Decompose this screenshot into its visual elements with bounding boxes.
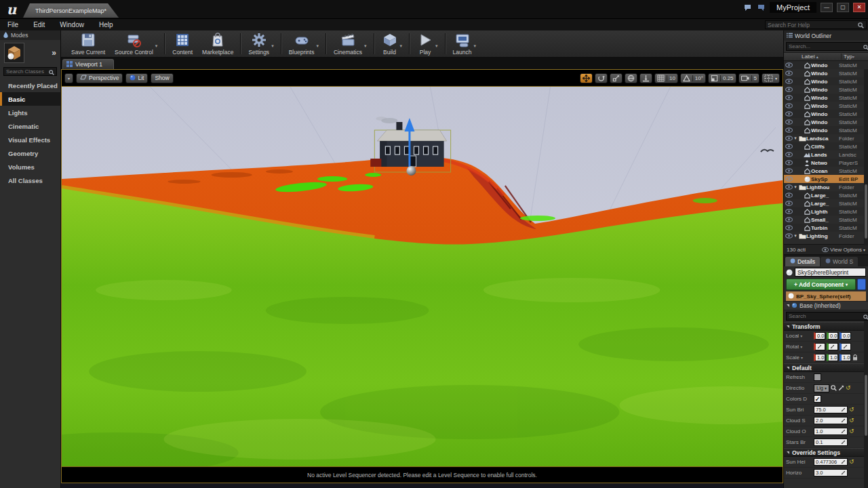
scene-3d[interactable] [62,87,783,466]
modes-category-recently-placed[interactable]: Recently Placed [0,79,60,92]
menu-help[interactable]: Help [92,21,121,28]
modes-category-basic[interactable]: Basic [0,92,60,106]
details-scrollbar[interactable] [864,321,868,488]
reset-to-default-button[interactable]: ↺ [846,385,851,391]
rotation-field[interactable] [814,343,825,350]
content-button[interactable]: Content [167,30,197,57]
vector-field[interactable]: 1.0 [827,354,838,361]
lit-mode-button[interactable]: Lit [125,73,148,83]
place-mode-button[interactable] [4,43,24,63]
tab-world-s[interactable]: World S [821,257,858,266]
cinematics-button[interactable]: Cinematics▾ [329,30,372,57]
visibility-eye-icon[interactable] [784,144,793,149]
visibility-eye-icon[interactable] [784,103,793,108]
visibility-eye-icon[interactable] [784,70,793,76]
visibility-eye-icon[interactable] [784,160,793,165]
outliner-row[interactable]: Large_StaticM [784,191,868,199]
outliner-row[interactable]: WindoStaticM [784,94,868,102]
feedback-bubble-icon[interactable] [744,4,753,12]
number-field[interactable]: 0.1 [814,439,848,446]
modes-category-all-classes[interactable]: All Classes [0,174,60,187]
checkbox[interactable]: ✓ [814,395,821,403]
surface-snap-button[interactable] [639,73,652,83]
vector-field[interactable]: 1.0 [814,354,825,361]
gizmo-origin-sphere[interactable] [406,166,416,176]
outliner-row[interactable]: SkySpEdit BP [784,175,868,183]
outliner-scrollbar-thumb[interactable] [865,184,867,239]
menu-window[interactable]: Window [52,21,92,28]
world-space-button[interactable] [625,73,637,83]
visibility-eye-icon[interactable] [784,62,793,68]
expander-icon[interactable]: ▼ [793,185,798,189]
outliner-row[interactable]: WindoStaticM [784,126,868,134]
number-field[interactable]: 0.477306 [814,458,848,466]
dropdown-arrow-icon[interactable]: ▾ [400,43,403,49]
component-row-selected[interactable]: BP_Sky_Sphere(self) [786,291,866,301]
vector-field[interactable]: 1.0 [840,354,851,361]
scale-lock-icon[interactable] [852,354,858,361]
dropdown-arrow-icon[interactable]: ▾ [155,43,158,49]
visibility-eye-icon[interactable] [784,152,793,157]
dropdown-arrow-icon[interactable]: ▾ [271,43,274,49]
dropdown-arrow-icon[interactable]: ▾ [775,76,777,81]
number-field[interactable]: 2.0 [814,417,848,424]
dropdown-arrow-icon[interactable]: ▾ [800,334,802,338]
viewport-options-button[interactable]: ▾ [64,73,73,83]
outliner-row[interactable]: WindoStaticM [784,85,868,94]
scale-tool-button[interactable] [610,73,623,83]
visibility-eye-icon[interactable] [784,168,793,174]
modes-category-volumes[interactable]: Volumes [0,160,60,174]
base-inherited-row[interactable]: Base (Inherited) [784,301,868,310]
outliner-row[interactable]: WindoStaticM [784,110,868,118]
pick-actor-icon[interactable] [838,385,844,391]
camera-speed-button[interactable]: 5 [738,73,760,83]
visibility-eye-icon[interactable] [784,225,793,230]
outliner-row[interactable]: NetwoPlayerS [784,159,868,167]
dropdown-arrow-icon[interactable]: ▾ [801,356,803,360]
scale-snap-button[interactable]: 0.25 [708,73,736,83]
outliner-row[interactable]: ▼LightingFolder [784,232,868,240]
modes-panel-header[interactable]: Modes [0,30,60,40]
show-menu-button[interactable]: Show [151,73,173,83]
grid-snap-button[interactable]: 10 [654,73,678,83]
modes-expand-button[interactable]: » [52,48,58,58]
outliner-row[interactable]: Large_StaticM [784,199,868,207]
rotation-field[interactable] [827,343,838,350]
play-button[interactable]: Play▾ [412,30,443,57]
outliner-row[interactable]: TurbinStaticM [784,224,868,232]
outliner-row[interactable]: ▼LandscaFolder [784,134,868,142]
marketplace-button[interactable]: Marketplace [197,30,238,57]
visibility-eye-icon[interactable] [784,127,793,133]
visibility-eye-icon[interactable] [784,176,793,182]
visibility-eye-icon[interactable] [784,192,793,198]
close-button[interactable]: ✕ [853,3,865,12]
visibility-eye-icon[interactable] [784,184,793,190]
launch-button[interactable]: Launch▾ [448,30,481,57]
menu-file[interactable]: File [0,21,26,28]
tab-details[interactable]: Details [785,257,820,266]
help-search-box[interactable] [765,20,867,29]
asset-dropdown[interactable]: Lig▾ [814,384,829,392]
outliner-row[interactable]: WindoStaticM [784,69,868,77]
visibility-eye-icon[interactable] [784,79,793,84]
source-control-button[interactable]: Source Control▾ [110,30,162,57]
visibility-eye-icon[interactable] [784,201,793,206]
settings-button[interactable]: Settings▾ [243,30,278,57]
outliner-row[interactable]: LandsLandsc [784,150,868,159]
help-search-input[interactable] [768,22,858,28]
modes-search-input[interactable] [6,68,49,75]
menu-edit[interactable]: Edit [26,21,52,28]
outliner-row[interactable]: WindoStaticM [784,61,868,69]
outliner-scrollbar[interactable] [864,69,868,245]
add-component-button[interactable]: + Add Component ▾ [786,279,856,290]
outliner-search-box[interactable] [786,42,868,51]
minimize-button[interactable]: — [821,3,833,12]
rotate-tool-button[interactable] [595,73,608,83]
view-options-button[interactable]: View Options ▾ [822,247,865,253]
dropdown-arrow-icon[interactable]: ▾ [435,43,438,49]
modes-category-geometry[interactable]: Geometry [0,146,60,160]
reset-to-default-button[interactable]: ↺ [849,428,854,434]
visibility-eye-icon[interactable] [784,87,793,92]
dropdown-arrow-icon[interactable]: ▾ [473,43,476,49]
vector-field[interactable]: 0.0 [827,332,838,340]
